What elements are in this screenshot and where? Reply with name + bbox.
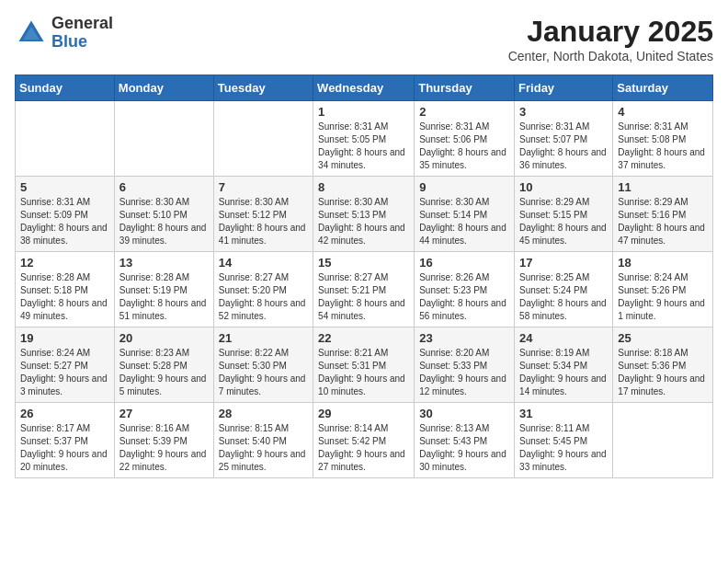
daylight-text: Daylight: 9 hours and 14 minutes.	[519, 373, 607, 396]
calendar-cell: 19 Sunrise: 8:24 AM Sunset: 5:27 PM Dayl…	[16, 327, 115, 403]
location: Center, North Dakota, United States	[508, 49, 713, 63]
sunrise-text: Sunrise: 8:30 AM	[119, 197, 189, 207]
calendar-week-row: 5 Sunrise: 8:31 AM Sunset: 5:09 PM Dayli…	[16, 177, 713, 252]
day-info: Sunrise: 8:22 AM Sunset: 5:30 PM Dayligh…	[219, 347, 308, 398]
sunset-text: Sunset: 5:27 PM	[20, 361, 88, 371]
daylight-text: Daylight: 8 hours and 44 minutes.	[419, 223, 506, 246]
daylight-text: Daylight: 8 hours and 39 minutes.	[119, 223, 207, 246]
daylight-text: Daylight: 8 hours and 37 minutes.	[618, 147, 705, 170]
day-info: Sunrise: 8:27 AM Sunset: 5:20 PM Dayligh…	[219, 271, 308, 323]
day-number: 1	[318, 105, 409, 119]
calendar-cell: 12 Sunrise: 8:28 AM Sunset: 5:18 PM Dayl…	[16, 252, 115, 327]
sunset-text: Sunset: 5:31 PM	[318, 361, 386, 371]
sunset-text: Sunset: 5:40 PM	[219, 436, 287, 446]
calendar-cell	[16, 101, 115, 177]
sunrise-text: Sunrise: 8:19 AM	[519, 348, 589, 358]
sunrise-text: Sunrise: 8:11 AM	[519, 423, 589, 433]
sunrise-text: Sunrise: 8:16 AM	[119, 423, 189, 433]
calendar-cell: 24 Sunrise: 8:19 AM Sunset: 5:34 PM Dayl…	[515, 327, 613, 403]
day-info: Sunrise: 8:21 AM Sunset: 5:31 PM Dayligh…	[318, 347, 409, 398]
day-number: 29	[318, 407, 409, 420]
logo-general: General	[51, 15, 113, 33]
calendar-cell: 10 Sunrise: 8:29 AM Sunset: 5:15 PM Dayl…	[515, 177, 613, 252]
calendar-table: SundayMondayTuesdayWednesdayThursdayFrid…	[15, 75, 713, 478]
day-number: 8	[318, 180, 409, 194]
day-number: 19	[20, 331, 109, 345]
calendar-cell: 1 Sunrise: 8:31 AM Sunset: 5:05 PM Dayli…	[313, 101, 415, 177]
sunrise-text: Sunrise: 8:31 AM	[519, 121, 589, 132]
day-info: Sunrise: 8:16 AM Sunset: 5:39 PM Dayligh…	[119, 422, 209, 474]
calendar-cell: 25 Sunrise: 8:18 AM Sunset: 5:36 PM Dayl…	[613, 327, 713, 403]
sunset-text: Sunset: 5:10 PM	[119, 210, 188, 220]
calendar-cell: 9 Sunrise: 8:30 AM Sunset: 5:14 PM Dayli…	[415, 177, 515, 252]
daylight-text: Daylight: 8 hours and 38 minutes.	[20, 223, 108, 246]
calendar-cell	[213, 101, 313, 177]
daylight-text: Daylight: 8 hours and 42 minutes.	[318, 223, 405, 246]
sunset-text: Sunset: 5:20 PM	[219, 285, 287, 295]
calendar-cell	[114, 101, 213, 177]
sunset-text: Sunset: 5:05 PM	[318, 134, 386, 144]
day-info: Sunrise: 8:11 AM Sunset: 5:45 PM Dayligh…	[519, 422, 608, 474]
daylight-text: Daylight: 8 hours and 45 minutes.	[519, 223, 607, 246]
daylight-text: Daylight: 9 hours and 3 minutes.	[20, 373, 108, 396]
sunrise-text: Sunrise: 8:29 AM	[618, 197, 688, 207]
sunrise-text: Sunrise: 8:27 AM	[219, 272, 289, 282]
calendar-header-row: SundayMondayTuesdayWednesdayThursdayFrid…	[16, 75, 713, 101]
calendar-cell	[613, 403, 713, 478]
daylight-text: Daylight: 8 hours and 52 minutes.	[219, 298, 306, 321]
day-number: 4	[618, 105, 708, 119]
sunset-text: Sunset: 5:45 PM	[519, 436, 587, 446]
daylight-text: Daylight: 8 hours and 49 minutes.	[20, 298, 108, 321]
calendar-cell: 6 Sunrise: 8:30 AM Sunset: 5:10 PM Dayli…	[114, 177, 213, 252]
calendar-week-row: 12 Sunrise: 8:28 AM Sunset: 5:18 PM Dayl…	[16, 252, 713, 327]
calendar-cell: 17 Sunrise: 8:25 AM Sunset: 5:24 PM Dayl…	[515, 252, 613, 327]
sunrise-text: Sunrise: 8:13 AM	[419, 423, 489, 433]
day-number: 6	[119, 180, 209, 194]
day-number: 23	[419, 331, 509, 345]
sunset-text: Sunset: 5:30 PM	[219, 361, 287, 371]
sunset-text: Sunset: 5:09 PM	[20, 210, 88, 220]
sunset-text: Sunset: 5:36 PM	[618, 361, 686, 371]
daylight-text: Daylight: 8 hours and 35 minutes.	[419, 147, 506, 170]
sunset-text: Sunset: 5:37 PM	[20, 436, 88, 446]
day-info: Sunrise: 8:15 AM Sunset: 5:40 PM Dayligh…	[219, 422, 308, 474]
calendar-cell: 11 Sunrise: 8:29 AM Sunset: 5:16 PM Dayl…	[613, 177, 713, 252]
page-header: General Blue January 2025 Center, North …	[15, 15, 713, 63]
sunrise-text: Sunrise: 8:25 AM	[519, 272, 589, 282]
daylight-text: Daylight: 9 hours and 5 minutes.	[119, 373, 207, 396]
day-number: 3	[519, 105, 608, 119]
sunset-text: Sunset: 5:39 PM	[119, 436, 188, 446]
sunrise-text: Sunrise: 8:26 AM	[419, 272, 489, 282]
daylight-text: Daylight: 9 hours and 33 minutes.	[519, 449, 607, 472]
sunrise-text: Sunrise: 8:17 AM	[20, 423, 90, 433]
day-info: Sunrise: 8:19 AM Sunset: 5:34 PM Dayligh…	[519, 347, 608, 398]
day-number: 13	[119, 256, 209, 270]
weekday-header: Sunday	[16, 75, 115, 101]
sunset-text: Sunset: 5:13 PM	[318, 210, 386, 220]
sunset-text: Sunset: 5:21 PM	[318, 285, 386, 295]
weekday-header: Wednesday	[313, 75, 415, 101]
sunrise-text: Sunrise: 8:15 AM	[219, 423, 289, 433]
day-info: Sunrise: 8:31 AM Sunset: 5:06 PM Dayligh…	[419, 121, 509, 172]
sunrise-text: Sunrise: 8:24 AM	[618, 272, 688, 282]
calendar-cell: 21 Sunrise: 8:22 AM Sunset: 5:30 PM Dayl…	[213, 327, 313, 403]
day-number: 20	[119, 331, 209, 345]
logo-blue: Blue	[51, 33, 113, 52]
logo-icon	[15, 17, 48, 50]
daylight-text: Daylight: 8 hours and 54 minutes.	[318, 298, 405, 321]
sunset-text: Sunset: 5:18 PM	[20, 285, 88, 295]
day-info: Sunrise: 8:31 AM Sunset: 5:07 PM Dayligh…	[519, 121, 608, 172]
month-title: January 2025	[508, 15, 713, 49]
calendar-cell: 23 Sunrise: 8:20 AM Sunset: 5:33 PM Dayl…	[415, 327, 515, 403]
daylight-text: Daylight: 9 hours and 25 minutes.	[219, 449, 306, 472]
weekday-header: Saturday	[613, 75, 713, 101]
sunset-text: Sunset: 5:15 PM	[519, 210, 587, 220]
calendar-cell: 16 Sunrise: 8:26 AM Sunset: 5:23 PM Dayl…	[415, 252, 515, 327]
day-info: Sunrise: 8:23 AM Sunset: 5:28 PM Dayligh…	[119, 347, 209, 398]
daylight-text: Daylight: 8 hours and 36 minutes.	[519, 147, 607, 170]
calendar-week-row: 26 Sunrise: 8:17 AM Sunset: 5:37 PM Dayl…	[16, 403, 713, 478]
sunset-text: Sunset: 5:34 PM	[519, 361, 587, 371]
day-info: Sunrise: 8:25 AM Sunset: 5:24 PM Dayligh…	[519, 271, 608, 323]
sunset-text: Sunset: 5:12 PM	[219, 210, 287, 220]
day-info: Sunrise: 8:30 AM Sunset: 5:12 PM Dayligh…	[219, 196, 308, 247]
